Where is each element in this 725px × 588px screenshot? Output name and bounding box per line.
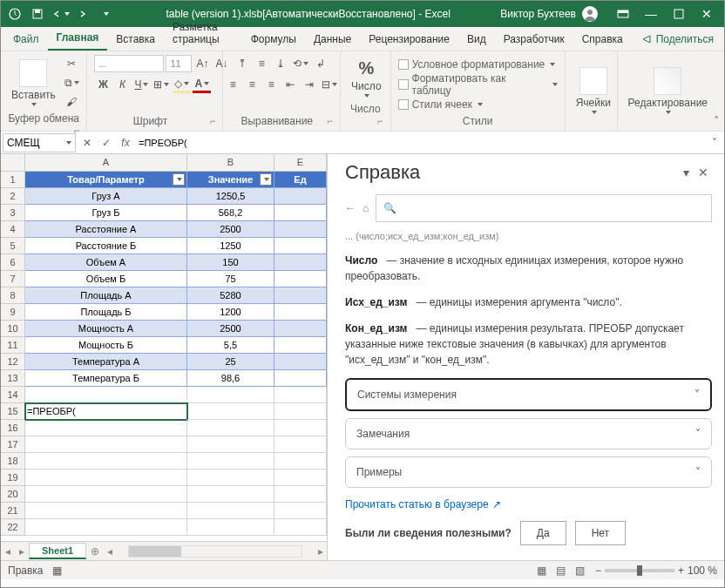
read-in-browser-link[interactable]: Прочитать статью в браузере↗ <box>345 497 712 512</box>
row-header[interactable]: 18 <box>1 453 25 470</box>
active-cell[interactable]: =ПРЕОБР( <box>25 403 187 420</box>
row-header[interactable]: 12 <box>1 354 25 370</box>
col-header-a[interactable]: A <box>25 154 187 172</box>
number-format-button[interactable]: %Число <box>348 57 385 99</box>
cell[interactable] <box>274 304 327 321</box>
cell[interactable] <box>274 271 327 287</box>
table-header[interactable]: Значение <box>187 172 274 188</box>
row-header[interactable]: 10 <box>1 321 25 337</box>
scroll-left-icon[interactable]: ◂ <box>104 545 116 558</box>
normal-view-icon[interactable]: ▦ <box>532 564 552 578</box>
save-icon[interactable] <box>27 3 48 24</box>
cell[interactable]: Объем А <box>25 254 187 271</box>
cell[interactable] <box>274 503 327 519</box>
font-color-icon[interactable]: А <box>193 76 211 93</box>
cells-button[interactable]: Ячейки <box>573 65 614 116</box>
cell[interactable] <box>274 370 327 387</box>
wrap-text-icon[interactable]: ↲ <box>312 55 329 72</box>
cell[interactable] <box>187 486 274 503</box>
macro-record-icon[interactable]: ▦ <box>52 564 62 577</box>
cell[interactable] <box>274 354 327 370</box>
cell[interactable]: 98,6 <box>187 370 274 387</box>
help-home-icon[interactable]: ⌂ <box>362 202 369 214</box>
orientation-icon[interactable]: ⟲ <box>291 55 310 72</box>
cancel-formula-icon[interactable]: ✕ <box>78 137 97 149</box>
tab-formulas[interactable]: Формулы <box>242 29 305 51</box>
cell[interactable] <box>274 337 327 354</box>
tab-data[interactable]: Данные <box>305 29 360 51</box>
accordion-examples[interactable]: Примеры˅ <box>345 456 712 488</box>
cell[interactable] <box>25 519 187 536</box>
maximize-icon[interactable] <box>665 3 693 24</box>
row-header[interactable]: 4 <box>1 221 25 238</box>
name-box[interactable]: СМЕЩ <box>3 133 76 152</box>
help-options-icon[interactable]: ▾ <box>677 166 695 179</box>
fill-color-icon[interactable]: ◇ <box>173 76 191 93</box>
cell[interactable]: Температура А <box>25 354 187 370</box>
expand-formula-icon[interactable]: ˅ <box>705 137 724 149</box>
qat-more-icon[interactable] <box>95 3 116 24</box>
close-icon[interactable]: ✕ <box>693 3 721 24</box>
row-header[interactable]: 9 <box>1 304 25 321</box>
indent-dec-icon[interactable]: ⇤ <box>281 76 299 93</box>
help-search-input[interactable]: 🔍 <box>376 194 712 222</box>
zoom-slider[interactable] <box>605 569 674 572</box>
indent-inc-icon[interactable]: ⇥ <box>301 76 318 93</box>
table-header[interactable]: Товар/Параметр <box>25 172 187 188</box>
tab-home[interactable]: Главная <box>48 27 108 51</box>
cell[interactable] <box>274 287 327 304</box>
share-button[interactable]: Поделиться <box>632 29 724 51</box>
underline-button[interactable]: Ч <box>132 76 150 93</box>
cell[interactable] <box>187 436 274 453</box>
cell[interactable] <box>187 470 274 486</box>
row-header[interactable]: 16 <box>1 420 25 436</box>
accordion-systems[interactable]: Системы измерения˅ <box>345 378 712 411</box>
new-sheet-icon[interactable]: ⊕ <box>86 545 104 558</box>
cell[interactable] <box>274 420 327 436</box>
zoom-out-icon[interactable]: − <box>595 564 601 577</box>
cell[interactable] <box>274 403 327 420</box>
help-close-icon[interactable]: ✕ <box>695 166 712 179</box>
cell[interactable]: 2500 <box>187 221 274 238</box>
row-header[interactable]: 17 <box>1 436 25 453</box>
align-right-icon[interactable]: ≡ <box>262 76 280 93</box>
tab-developer[interactable]: Разработчик <box>495 29 573 51</box>
conditional-formatting-button[interactable]: Условное форматирование <box>398 58 558 71</box>
cell[interactable]: Груз Б <box>25 205 187 221</box>
cell[interactable] <box>25 436 187 453</box>
cell[interactable] <box>25 420 187 436</box>
fx-icon[interactable]: fx <box>116 137 135 149</box>
ribbon-options-icon[interactable] <box>609 3 637 24</box>
scroll-right-icon[interactable]: ▸ <box>315 545 327 558</box>
cell[interactable]: Температура Б <box>25 370 187 387</box>
enter-formula-icon[interactable]: ✓ <box>97 137 116 149</box>
copy-icon[interactable]: ⧉ <box>63 74 81 91</box>
tab-help[interactable]: Справка <box>573 29 632 51</box>
cell[interactable] <box>274 254 327 271</box>
help-back-icon[interactable]: ← <box>345 202 356 214</box>
cell[interactable] <box>25 453 187 470</box>
user-info[interactable]: Виктор Бухтеев <box>500 5 599 23</box>
tab-layout[interactable]: Разметка страницы <box>164 17 242 51</box>
font-size-select[interactable]: 11 <box>166 55 192 72</box>
cell[interactable]: 1250,5 <box>187 188 274 205</box>
page-break-view-icon[interactable]: ▧ <box>571 564 590 578</box>
cell[interactable] <box>274 470 327 486</box>
row-header[interactable]: 19 <box>1 470 25 486</box>
cell[interactable]: Мощность Б <box>25 337 187 354</box>
cell[interactable] <box>274 221 327 238</box>
cell[interactable] <box>25 470 187 486</box>
tab-file[interactable]: Файл <box>4 29 48 51</box>
format-as-table-button[interactable]: Форматировать как таблицу <box>398 72 558 97</box>
align-top-icon[interactable]: ⤒ <box>234 55 251 72</box>
sheet-nav-prev-icon[interactable]: ◂ <box>1 545 15 558</box>
cell[interactable] <box>274 486 327 503</box>
h-scrollbar[interactable] <box>128 545 302 558</box>
border-icon[interactable]: ⊞ <box>152 76 171 93</box>
cell[interactable]: 150 <box>187 254 274 271</box>
cell[interactable]: 5280 <box>187 287 274 304</box>
cell[interactable]: Площадь Б <box>25 304 187 321</box>
cell[interactable]: 1250 <box>187 238 274 254</box>
align-middle-icon[interactable]: ≡ <box>253 55 270 72</box>
align-center-icon[interactable]: ≡ <box>243 76 261 93</box>
